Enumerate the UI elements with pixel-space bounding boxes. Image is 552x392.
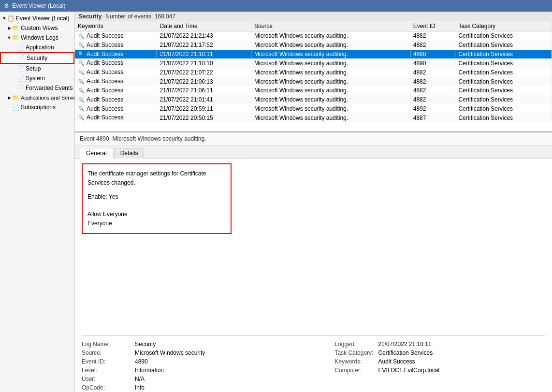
log-icon: 📄 [12, 103, 19, 111]
meta-value-logname: Security [135, 340, 325, 348]
cell-keyword: 🔍Audit Success [75, 113, 157, 122]
table-header-row: Keywords Date and Time Source Event ID T… [75, 21, 552, 31]
log-icon: 📄 [16, 74, 24, 82]
sidebar-item-subscriptions[interactable]: 📄 Subscriptions [0, 102, 74, 112]
cell-keyword: 🔍Audit Success [75, 31, 157, 41]
sidebar-label: Applications and Services Lo [21, 95, 74, 101]
sidebar-label: Subscriptions [21, 104, 56, 111]
cell-datetime: 21/07/2022 21:06:13 [157, 77, 251, 86]
sidebar-label: Custom Views [21, 25, 58, 31]
sidebar-item-setup[interactable]: 📄 Setup [0, 64, 74, 73]
detail-header: Event 4890, Microsoft Windows security a… [75, 132, 552, 145]
cell-source: Microsoft Windows security auditing. [251, 113, 410, 122]
sidebar-item-system[interactable]: 📄 System [0, 73, 74, 83]
cell-keyword: 🔍Audit Success [75, 50, 157, 59]
event-count: Number of events: 168,047 [105, 13, 175, 20]
event-meta: Log Name: Security Logged: 21/07/2022 21… [82, 335, 545, 392]
expand-arrow: ▶ [7, 26, 12, 30]
tab-general[interactable]: General [80, 148, 113, 159]
cell-keyword: 🔍Audit Success [75, 104, 157, 114]
sidebar-item-forwarded-events[interactable]: 📄 Forwarded Events [0, 83, 74, 93]
log-icon: 📄 [16, 84, 24, 92]
detail-spacer [82, 239, 545, 335]
meta-value-source: Microsoft Windows security [135, 348, 325, 357]
folder-icon: 📋 [7, 15, 15, 22]
table-row[interactable]: 🔍Audit Success21/07/2022 21:10:10Microso… [75, 58, 552, 68]
table-row[interactable]: 🔍Audit Success21/07/2022 21:06:13Microso… [75, 77, 552, 86]
tab-details[interactable]: Details [114, 148, 145, 159]
detail-header-text: Event 4890, Microsoft Windows security a… [80, 135, 206, 142]
meta-row-eventid: Event ID: 4890 Keywords: Audit Success [82, 357, 545, 366]
sidebar-item-application[interactable]: 📄 Application [0, 43, 74, 52]
keyword-icon: 🔍 [78, 42, 85, 49]
cell-source: Microsoft Windows security auditing. [251, 31, 410, 41]
meta-row-logname: Log Name: Security Logged: 21/07/2022 21… [82, 340, 545, 348]
meta-value-logged: 21/07/2022 21:10:11 [378, 340, 545, 348]
cell-eventid: 4892 [410, 104, 455, 114]
cell-eventid: 4887 [410, 113, 455, 122]
sidebar: ▼ 📋 Event Viewer (Local) ▶ 📁 Custom View… [0, 12, 75, 392]
cell-eventid: 4890 [410, 58, 455, 68]
cell-datetime: 21/07/2022 21:06:11 [157, 86, 251, 95]
cell-keyword: 🔍Audit Success [75, 68, 157, 77]
cell-source: Microsoft Windows security auditing. [251, 95, 410, 104]
cell-taskcategory: Certification Services [455, 104, 552, 114]
meta-value-keywords: Audit Success [378, 357, 545, 366]
expand-arrow: ▶ [7, 95, 12, 100]
meta-label-level: Level: [82, 366, 135, 375]
cell-taskcategory: Certification Services [455, 31, 552, 41]
table-row[interactable]: 🔍Audit Success21/07/2022 21:10:11Microso… [75, 50, 552, 59]
sidebar-item-windows-logs[interactable]: ▼ 📁 Windows Logs [0, 33, 74, 43]
title-bar-text: Event Viewer (Local) [12, 2, 66, 9]
col-taskcategory: Task Category [455, 21, 552, 31]
events-table-wrapper[interactable]: Keywords Date and Time Source Event ID T… [75, 21, 552, 132]
table-row[interactable]: 🔍Audit Success21/07/2022 21:07:22Microso… [75, 68, 552, 77]
sidebar-item-event-viewer[interactable]: ▼ 📋 Event Viewer (Local) [0, 14, 74, 23]
cell-taskcategory: Certification Services [455, 68, 552, 77]
cell-source: Microsoft Windows security auditing. [251, 86, 410, 95]
meta-value-level: Information [135, 366, 325, 375]
sidebar-item-security[interactable]: 📄 Security [0, 52, 74, 64]
cell-eventid: 4890 [410, 50, 455, 59]
table-row[interactable]: 🔍Audit Success21/07/2022 21:17:52Microso… [75, 41, 552, 50]
folder-icon: 📁 [12, 34, 19, 42]
cell-source: Microsoft Windows security auditing. [251, 77, 410, 86]
cell-keyword: 🔍Audit Success [75, 77, 157, 86]
cell-taskcategory: Certification Services [455, 113, 552, 122]
meta-label-taskcategory: Task Category: [325, 348, 378, 357]
cell-taskcategory: Certification Services [455, 77, 552, 86]
meta-row-level: Level: Information Computer: EVILDC1.Evi… [82, 366, 545, 375]
table-row[interactable]: 🔍Audit Success21/07/2022 20:50:15Microso… [75, 113, 552, 122]
event-description-box: The certificate manager settings for Cer… [82, 163, 232, 234]
meta-label-logged: Logged: [325, 340, 378, 348]
meta-label-keywords: Keywords: [325, 357, 378, 366]
sidebar-item-apps-services[interactable]: ▶ 📁 Applications and Services Lo [0, 93, 74, 102]
cell-datetime: 21/07/2022 20:59:11 [157, 104, 251, 114]
tab-general-label: General [86, 150, 107, 157]
table-row[interactable]: 🔍Audit Success21/07/2022 21:21:43Microso… [75, 31, 552, 41]
cell-source: Microsoft Windows security auditing. [251, 41, 410, 50]
expand-arrow: ▼ [7, 35, 12, 40]
log-icon: 📄 [16, 65, 24, 73]
event-desc-line4: Everyone [87, 219, 226, 228]
keyword-icon: 🔍 [78, 87, 85, 94]
meta-value-opcode: Info [135, 383, 325, 392]
folder-icon: 📁 [12, 94, 19, 102]
meta-label-user: User: [82, 375, 135, 383]
table-row[interactable]: 🔍Audit Success21/07/2022 20:59:11Microso… [75, 104, 552, 114]
sidebar-item-custom-views[interactable]: ▶ 📁 Custom Views [0, 23, 74, 33]
events-table: Keywords Date and Time Source Event ID T… [75, 21, 552, 122]
cell-eventid: 4882 [410, 95, 455, 104]
cell-datetime: 21/07/2022 21:21:43 [157, 31, 251, 41]
table-title: Security [79, 13, 102, 20]
event-desc-line1: The certificate manager settings for Cer… [87, 169, 226, 188]
table-row[interactable]: 🔍Audit Success21/07/2022 21:01:41Microso… [75, 95, 552, 104]
col-source: Source [251, 21, 410, 31]
folder-icon: 📁 [12, 24, 19, 32]
log-icon: 📄 [17, 54, 25, 62]
keyword-icon: 🔍 [78, 33, 85, 40]
cell-eventid: 4882 [410, 77, 455, 86]
table-row[interactable]: 🔍Audit Success21/07/2022 21:06:11Microso… [75, 86, 552, 95]
cell-taskcategory: Certification Services [455, 50, 552, 59]
keyword-icon: 🔍 [78, 97, 85, 103]
